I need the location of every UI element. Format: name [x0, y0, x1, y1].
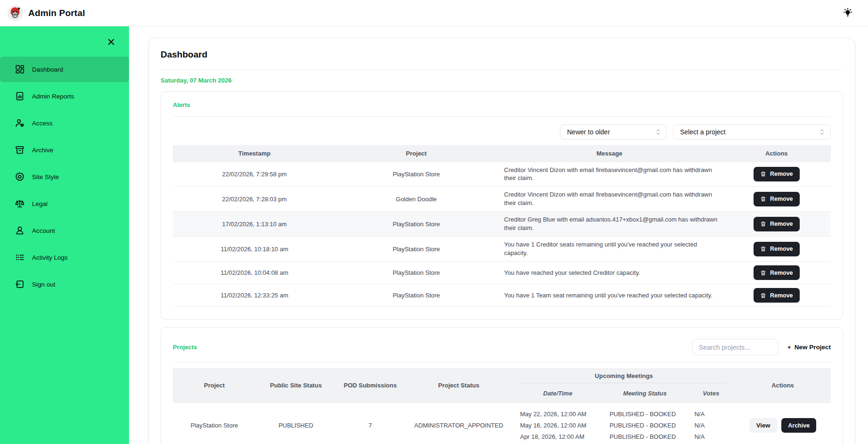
column-timestamp: Timestamp [173, 145, 336, 162]
column-public-site-status: Public Site Status [256, 368, 336, 403]
app-logo-icon [8, 5, 23, 21]
alert-project: PlayStation Store [336, 212, 496, 237]
theme-toggle-lightbulb-icon[interactable] [841, 6, 855, 20]
meeting-datetimes: May 22, 2026, 12:00 AM May 16, 2026, 12:… [513, 403, 602, 444]
alert-project: PlayStation Store [336, 162, 496, 187]
alerts-table-header: Timestamp Project Message Actions [173, 145, 831, 162]
top-header: Admin Portal [0, 0, 868, 26]
activity-logs-icon [14, 252, 25, 263]
sidebar-item-admin-reports[interactable]: Admin Reports [0, 83, 129, 109]
meeting-votes: N/A N/A N/A [687, 403, 735, 444]
alert-project: PlayStation Store [336, 284, 496, 307]
sidebar: ✕ Dashboard Admin Reports Access Archive [0, 26, 129, 444]
alert-message: You have 1 Creditor seats remaining unti… [496, 237, 722, 262]
sidebar-item-label: Archive [32, 147, 53, 154]
column-meeting-status: Meeting Status [602, 385, 687, 403]
alert-message: Creditor Vincent Dizon with email fireba… [496, 187, 722, 212]
sidebar-item-label: Legal [32, 200, 48, 207]
project-filter-value: Select a project [680, 128, 815, 136]
sidebar-item-archive[interactable]: Archive [0, 137, 129, 163]
current-date: Saturday, 07 March 2026 [161, 77, 843, 84]
column-project: Project [336, 145, 496, 162]
meeting-vote: N/A [694, 420, 730, 431]
remove-button[interactable]: Remove [754, 217, 800, 231]
alert-message: Creditor Greg Blue with email adsantos.4… [496, 212, 722, 237]
alert-message: You have reached your selected Creditor … [496, 262, 722, 284]
account-icon [14, 225, 25, 236]
alerts-panel: Alerts Newer to older Select a project [161, 91, 843, 320]
sidebar-close-icon[interactable]: ✕ [105, 36, 118, 49]
column-message: Message [496, 145, 722, 162]
meeting-datetime: Apr 18, 2026, 12:00 AM [520, 431, 598, 443]
meeting-status: PUBLISHED - BOOKED [609, 409, 682, 420]
alert-message: Creditor Vincent Dizon with email fireba… [496, 162, 722, 187]
new-project-button[interactable]: + New Project [787, 344, 831, 351]
divider [173, 116, 831, 117]
meeting-vote: N/A [694, 409, 730, 420]
plus-icon: + [787, 344, 791, 351]
meeting-status: PUBLISHED - BOOKED [609, 431, 682, 443]
sidebar-item-dashboard[interactable]: Dashboard [0, 57, 129, 82]
view-button[interactable]: View [749, 418, 777, 433]
sidebar-item-label: Site Style [32, 173, 59, 181]
alert-timestamp: 22/02/2026, 7:28:03 pm [173, 187, 336, 212]
alert-project: PlayStation Store [336, 262, 496, 284]
project-filter-select[interactable]: Select a project [673, 124, 831, 140]
column-actions: Actions [735, 368, 831, 403]
alert-project: PlayStation Store [336, 237, 496, 262]
alert-row: 17/02/2026, 1:13:10 am PlayStation Store… [173, 212, 831, 237]
sidebar-nav: Dashboard Admin Reports Access Archive S [0, 57, 129, 298]
main-content: Dashboard Saturday, 07 March 2026 Alerts… [129, 26, 868, 444]
meeting-datetime: May 22, 2026, 12:00 AM [520, 409, 598, 420]
project-status: ADMINISTRATOR_APPOINTED [405, 403, 513, 444]
upcoming-meetings-label: Upcoming Meetings [513, 368, 735, 379]
sidebar-item-site-style[interactable]: Site Style [0, 164, 129, 189]
alert-timestamp: 11/02/2026, 10:18:10 am [173, 237, 336, 262]
legal-icon [14, 198, 25, 209]
alert-row: 11/02/2026, 10:18:10 am PlayStation Stor… [173, 237, 831, 262]
access-icon [14, 118, 25, 129]
remove-button[interactable]: Remove [754, 265, 800, 280]
remove-label: Remove [770, 171, 793, 177]
remove-label: Remove [770, 221, 793, 227]
dashboard-card: Dashboard Saturday, 07 March 2026 Alerts… [148, 38, 855, 444]
sort-order-value: Newer to older [567, 128, 651, 136]
project-row: PlayStation Store PUBLISHED 7 ADMINISTRA… [173, 403, 831, 444]
alert-row: 22/02/2026, 7:29:58 pm PlayStation Store… [173, 162, 831, 187]
sidebar-item-access[interactable]: Access [0, 110, 129, 136]
sort-order-select[interactable]: Newer to older [560, 124, 667, 140]
alert-row: 11/02/2026, 10:04:08 am PlayStation Stor… [173, 262, 831, 284]
search-projects-input[interactable] [692, 339, 779, 355]
remove-button[interactable]: Remove [754, 288, 800, 303]
remove-button[interactable]: Remove [754, 167, 800, 181]
column-project: Project [173, 368, 256, 403]
page-title: Dashboard [161, 49, 843, 60]
alert-timestamp: 22/02/2026, 7:29:58 pm [173, 162, 336, 187]
alerts-filters: Newer to older Select a project [173, 124, 831, 140]
column-group-upcoming-meetings: Upcoming Meetings [513, 368, 735, 385]
alert-timestamp: 11/02/2026, 10:04:08 am [173, 262, 336, 284]
archive-icon [14, 145, 25, 156]
projects-panel: Projects + New Project Project Public [161, 327, 843, 444]
column-actions: Actions [722, 145, 831, 162]
remove-button[interactable]: Remove [754, 192, 800, 206]
alert-timestamp: 17/02/2026, 1:13:10 am [173, 212, 336, 237]
dashboard-icon [14, 64, 25, 75]
column-project-status: Project Status [405, 368, 513, 403]
sidebar-item-legal[interactable]: Legal [0, 191, 129, 216]
sidebar-item-label: Dashboard [32, 66, 63, 73]
chevron-up-down-icon [819, 128, 825, 136]
projects-table-header: Project Public Site Status POD Submissio… [173, 368, 831, 385]
sidebar-item-sign-out[interactable]: Sign out [0, 271, 129, 297]
sidebar-item-activity-logs[interactable]: Activity Logs [0, 245, 129, 270]
archive-button[interactable]: Archive [781, 418, 816, 433]
alerts-table: Timestamp Project Message Actions 22/02/… [173, 145, 831, 307]
remove-button[interactable]: Remove [754, 242, 800, 256]
sidebar-item-account[interactable]: Account [0, 218, 129, 243]
projects-title: Projects [173, 344, 197, 351]
public-site-status: PUBLISHED [256, 403, 336, 444]
alert-project: Golden Doodle [336, 187, 496, 212]
projects-table: Project Public Site Status POD Submissio… [173, 368, 831, 444]
sidebar-item-label: Admin Reports [32, 93, 74, 100]
alert-row: 11/02/2026, 12:33:25 am PlayStation Stor… [173, 284, 831, 307]
